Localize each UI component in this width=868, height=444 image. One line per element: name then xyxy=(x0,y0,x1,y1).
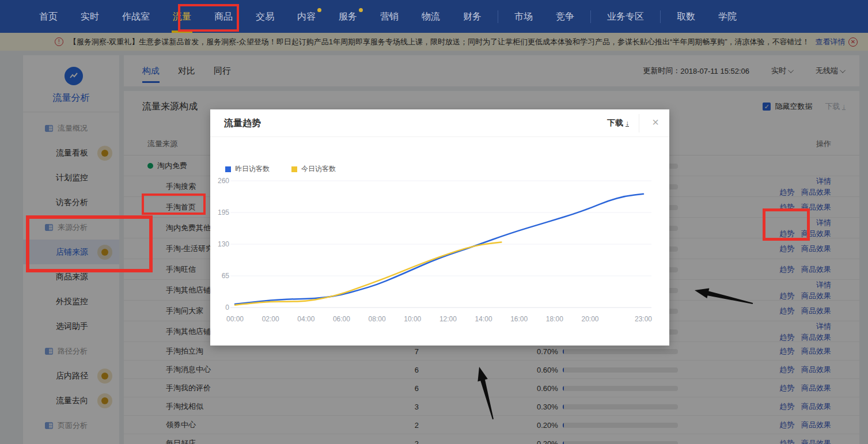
nav-item-5[interactable]: 商品 xyxy=(203,0,244,33)
today-visitors-line xyxy=(235,242,501,305)
svg-text:04:00: 04:00 xyxy=(297,315,314,323)
nav-item-14[interactable]: 业务专区 xyxy=(596,0,655,33)
legend-item-1: 昨日访客数 xyxy=(225,164,270,174)
nav-item-6[interactable]: 交易 xyxy=(244,0,286,33)
nav-item-label: 竞争 xyxy=(556,12,574,21)
nav-item-label: 实时 xyxy=(81,12,99,21)
notification-dot xyxy=(359,8,363,12)
svg-text:14:00: 14:00 xyxy=(475,315,492,323)
chart-legend: 昨日访客数今日访客数 xyxy=(225,164,358,174)
svg-text:65: 65 xyxy=(222,272,230,280)
nav-item-16[interactable]: 学院 xyxy=(707,0,748,33)
svg-text:12:00: 12:00 xyxy=(439,315,457,323)
nav-item-label: 服务 xyxy=(339,12,357,21)
nav-item-8[interactable]: 服务 xyxy=(327,0,369,33)
nav-item-2[interactable]: 实时 xyxy=(69,0,111,33)
svg-text:00:00: 00:00 xyxy=(226,315,244,323)
nav-item-label: 取数 xyxy=(677,12,695,21)
svg-text:0: 0 xyxy=(225,303,229,312)
nav-item-label: 营销 xyxy=(380,12,399,21)
legend-label: 今日访客数 xyxy=(301,164,336,174)
trend-modal: 流量趋势 下载 ↓ × 昨日访客数今日访客数 06513019526000:00… xyxy=(210,109,669,346)
nav-item-11[interactable]: 财务 xyxy=(452,0,493,33)
svg-text:10:00: 10:00 xyxy=(404,315,421,323)
nav-item-3[interactable]: 作战室 xyxy=(111,0,161,33)
nav-divider xyxy=(498,10,498,23)
yesterday-visitors-line xyxy=(235,194,643,304)
legend-item-2: 今日访客数 xyxy=(291,164,336,174)
nav-item-13[interactable]: 竞争 xyxy=(544,0,586,33)
nav-item-label: 物流 xyxy=(422,12,440,21)
nav-item-1[interactable]: 首页 xyxy=(28,0,69,33)
svg-text:16:00: 16:00 xyxy=(510,315,528,323)
legend-label: 昨日访客数 xyxy=(235,164,270,174)
svg-text:195: 195 xyxy=(218,208,229,217)
svg-text:18:00: 18:00 xyxy=(546,315,563,323)
nav-divider xyxy=(590,10,591,23)
svg-text:20:00: 20:00 xyxy=(582,315,599,323)
notification-dot xyxy=(317,8,321,12)
top-nav: 首页实时作战室流量商品交易内容服务营销物流财务市场竞争业务专区取数学院 xyxy=(0,0,868,33)
nav-item-label: 流量 xyxy=(173,12,191,21)
svg-text:130: 130 xyxy=(218,240,229,248)
nav-item-10[interactable]: 物流 xyxy=(410,0,452,33)
nav-item-12[interactable]: 市场 xyxy=(503,0,544,33)
svg-text:08:00: 08:00 xyxy=(369,315,386,323)
nav-item-label: 财务 xyxy=(463,12,482,21)
svg-text:23:00: 23:00 xyxy=(635,315,652,323)
svg-text:260: 260 xyxy=(218,177,229,185)
legend-swatch xyxy=(225,166,231,172)
svg-text:06:00: 06:00 xyxy=(333,315,350,323)
nav-item-9[interactable]: 营销 xyxy=(369,0,410,33)
nav-item-4[interactable]: 流量 xyxy=(161,0,203,33)
trend-line-chart: 06513019526000:0002:0004:0006:0008:0010:… xyxy=(210,109,669,346)
legend-swatch xyxy=(291,166,297,172)
nav-item-label: 内容 xyxy=(297,12,316,21)
nav-item-15[interactable]: 取数 xyxy=(665,0,707,33)
nav-item-label: 商品 xyxy=(214,12,233,21)
nav-item-7[interactable]: 内容 xyxy=(286,0,327,33)
nav-divider xyxy=(660,10,661,23)
nav-item-label: 学院 xyxy=(718,12,737,21)
svg-text:02:00: 02:00 xyxy=(262,315,279,323)
nav-item-label: 首页 xyxy=(39,12,58,21)
nav-item-label: 作战室 xyxy=(122,12,150,21)
nav-item-label: 交易 xyxy=(256,12,274,21)
nav-item-label: 业务专区 xyxy=(607,12,644,21)
nav-item-label: 市场 xyxy=(514,12,533,21)
